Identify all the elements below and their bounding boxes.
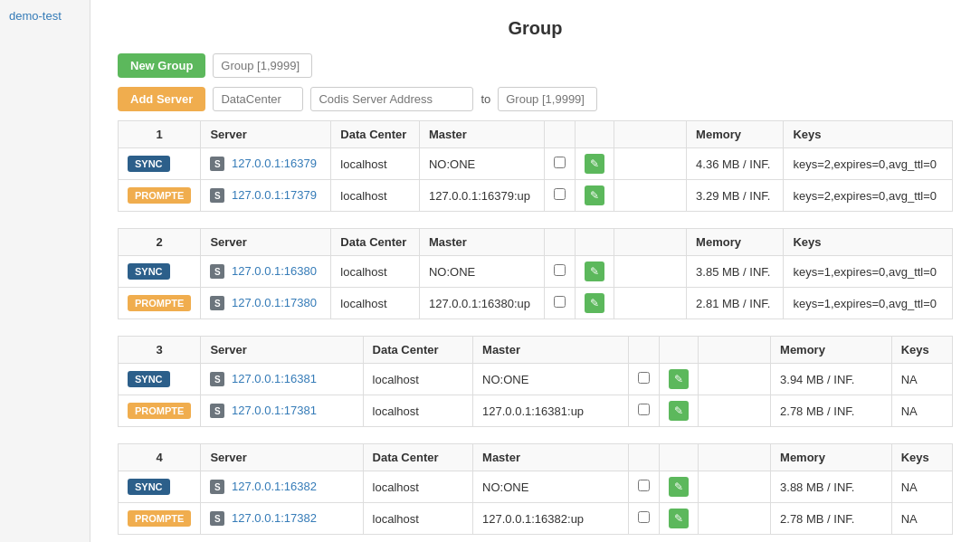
col-memory: Memory [687,229,784,256]
server-cell: S 127.0.0.1:17381 [201,395,363,427]
row-checkbox[interactable] [638,404,650,415]
sidebar-link[interactable]: demo-test [9,9,62,23]
prompte-button[interactable]: PROMPTE [128,187,191,204]
col-master: Master [473,337,629,364]
server-link[interactable]: 127.0.0.1:17382 [232,511,317,525]
action-cell: SYNC [119,364,201,395]
server-cell: S 127.0.0.1:17382 [201,503,363,535]
spacer-cell [614,256,687,288]
checkbox-cell [545,288,576,319]
table-row: SYNC S 127.0.0.1:16380 localhost NO:ONE … [119,256,953,288]
row-checkbox[interactable] [638,480,650,491]
col-master: Master [419,121,544,148]
edit-button[interactable]: ✎ [669,401,689,421]
edit-button[interactable]: ✎ [669,477,689,497]
server-cell: S 127.0.0.1:16381 [201,364,363,395]
dc-cell: localhost [331,256,420,288]
edit-button[interactable]: ✎ [669,509,689,528]
datacenter-input[interactable] [213,87,303,111]
server-cell: S 127.0.0.1:17380 [201,288,331,319]
spacer-cell [699,364,771,395]
col-master: Master [473,444,629,471]
server-link[interactable]: 127.0.0.1:17379 [232,188,317,202]
row-checkbox[interactable] [554,157,566,168]
server-link[interactable]: 127.0.0.1:16381 [232,372,317,385]
edit-button[interactable]: ✎ [585,154,604,174]
col-memory: Memory [687,121,784,148]
memory-cell: 3.88 MB / INF. [771,471,892,503]
memory-cell: 3.85 MB / INF. [687,256,784,288]
row-checkbox[interactable] [638,511,650,523]
col-keys: Keys [891,337,952,364]
row-checkbox[interactable] [554,188,566,200]
toolbar-row2: Add Server to [118,87,953,111]
prompte-button[interactable]: PROMPTE [128,295,191,311]
checkbox-cell [629,364,660,395]
add-server-button[interactable]: Add Server [118,87,205,111]
row-checkbox[interactable] [554,264,566,276]
server-cell: S 127.0.0.1:16380 [201,256,331,288]
dc-cell: localhost [363,395,472,427]
memory-cell: 2.78 MB / INF. [771,503,892,535]
server-link[interactable]: 127.0.0.1:17380 [232,296,317,309]
table-row: SYNC S 127.0.0.1:16381 localhost NO:ONE … [119,364,953,395]
keys-cell: NA [891,364,952,395]
prompte-button[interactable]: PROMPTE [128,403,191,419]
spacer-cell [699,503,771,535]
to-label: to [480,92,490,106]
master-cell: 127.0.0.1:16380:up [419,288,544,319]
server-cell: S 127.0.0.1:17379 [201,180,331,212]
group-4: 4 Server Data Center Master Memory Keys … [118,443,953,535]
group-2: 2 Server Data Center Master Memory Keys … [118,228,953,319]
server-link[interactable]: 127.0.0.1:16382 [232,480,317,493]
sync-button[interactable]: SYNC [128,263,170,280]
memory-cell: 2.81 MB / INF. [687,288,784,319]
col-edit [576,121,614,148]
edit-cell: ✎ [660,471,699,503]
sync-button[interactable]: SYNC [128,371,170,387]
server-badge: S [210,264,224,279]
server-badge: S [210,157,224,171]
table-row: SYNC S 127.0.0.1:16379 localhost NO:ONE … [119,148,953,180]
col-edit [576,229,614,256]
col-keys: Keys [891,444,952,471]
edit-button[interactable]: ✎ [585,261,604,281]
keys-cell: NA [891,395,952,427]
col-dc: Data Center [363,444,472,471]
row-checkbox[interactable] [554,296,566,308]
table-row: SYNC S 127.0.0.1:16382 localhost NO:ONE … [119,471,953,503]
col-check [629,444,660,471]
sync-button[interactable]: SYNC [128,156,170,172]
checkbox-cell [545,256,576,288]
checkbox-cell [629,503,660,535]
group-target-input[interactable] [498,87,597,111]
col-num: 2 [119,229,201,256]
keys-cell: NA [891,471,952,503]
action-cell: SYNC [119,256,201,288]
edit-button[interactable]: ✎ [585,185,604,205]
prompte-button[interactable]: PROMPTE [128,510,191,527]
checkbox-cell [629,395,660,427]
new-group-input[interactable] [213,53,312,78]
edit-button[interactable]: ✎ [669,369,689,389]
server-address-input[interactable] [310,87,473,111]
memory-cell: 2.78 MB / INF. [771,395,892,427]
edit-cell: ✎ [576,180,614,212]
server-link[interactable]: 127.0.0.1:17381 [232,404,317,417]
server-link[interactable]: 127.0.0.1:16380 [232,264,317,278]
server-link[interactable]: 127.0.0.1:16379 [232,157,317,170]
server-badge: S [210,511,224,526]
edit-cell: ✎ [576,256,614,288]
main-content: Group New Group Add Server to 1 Server D… [90,0,980,542]
new-group-button[interactable]: New Group [118,53,205,78]
sync-button[interactable]: SYNC [128,479,170,495]
row-checkbox[interactable] [638,372,650,384]
page-title: Group [118,18,953,39]
col-spacer [614,229,687,256]
action-cell: PROMPTE [119,288,201,319]
memory-cell: 4.36 MB / INF. [687,148,784,180]
action-cell: SYNC [119,471,201,503]
edit-button[interactable]: ✎ [585,293,604,313]
col-memory: Memory [771,337,892,364]
checkbox-cell [545,148,576,180]
